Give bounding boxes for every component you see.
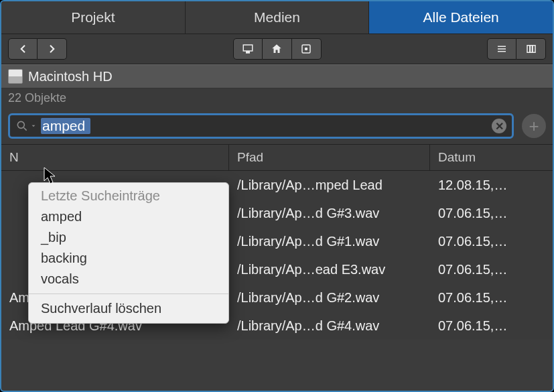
dropdown-clear-label: Suchverlauf löschen <box>41 301 161 316</box>
tab-project-label: Projekt <box>71 9 115 25</box>
computer-button[interactable] <box>233 38 263 60</box>
tab-project[interactable]: Projekt <box>1 1 186 34</box>
add-filter-button[interactable]: + <box>522 114 546 138</box>
tab-media-label: Medien <box>254 9 300 25</box>
search-icon[interactable] <box>15 119 29 133</box>
cell-path: /Library/Ap…d G#4.wav <box>229 318 430 334</box>
search-input[interactable] <box>41 118 90 134</box>
plus-icon: + <box>529 116 539 137</box>
dropdown-item-label: vocals <box>41 271 79 286</box>
search-history-dropdown: Letzte Sucheinträge amped _bip backing v… <box>28 182 229 324</box>
dropdown-item[interactable]: vocals <box>29 269 228 289</box>
dropdown-item-label: _bip <box>41 230 66 245</box>
clear-search-button[interactable]: ✕ <box>492 119 506 133</box>
header-path-label: Pfad <box>237 150 263 164</box>
tab-all-files-label: Alle Dateien <box>423 9 499 25</box>
tab-media[interactable]: Medien <box>186 1 370 34</box>
forward-button[interactable] <box>38 38 67 60</box>
cell-path: /Library/Ap…ead E3.wav <box>229 262 430 277</box>
dropdown-item-label: backing <box>41 251 87 265</box>
cell-date: 07.06.15,… <box>430 234 553 249</box>
dropdown-item-label: amped <box>41 209 82 224</box>
chevron-left-icon <box>17 43 29 55</box>
cell-path: /Library/Ap…d G#1.wav <box>229 234 430 249</box>
home-button[interactable] <box>263 38 292 60</box>
header-name[interactable]: N <box>1 145 229 170</box>
dropdown-item[interactable]: backing <box>29 248 228 269</box>
location-label: Macintosh HD <box>28 69 113 84</box>
header-path[interactable]: Pfad <box>229 145 430 170</box>
search-bar: ✕ + <box>1 108 553 144</box>
cell-path: /Library/Ap…d G#2.wav <box>229 290 430 306</box>
disc-icon <box>300 43 312 55</box>
cell-date: 07.06.15,… <box>430 262 553 277</box>
toolbar <box>1 34 553 64</box>
project-button[interactable] <box>292 38 322 60</box>
item-count: 22 Objekte <box>1 88 553 108</box>
cell-path: /Library/Ap…d G#3.wav <box>229 206 430 221</box>
cell-date: 07.06.15,… <box>430 290 553 306</box>
search-field[interactable]: ✕ <box>8 113 514 139</box>
cell-date: 07.06.15,… <box>430 206 553 221</box>
tab-bar: Projekt Medien Alle Dateien <box>1 1 553 34</box>
dropdown-item[interactable]: _bip <box>29 227 228 248</box>
cell-path: /Library/Ap…mped Lead <box>229 178 430 193</box>
header-name-label: N <box>9 150 19 164</box>
computer-icon <box>242 43 254 55</box>
location-bar: Macintosh HD <box>1 64 553 88</box>
tab-all-files[interactable]: Alle Dateien <box>369 1 553 34</box>
table-header: N Pfad Datum <box>1 144 553 171</box>
cell-date: 07.06.15,… <box>430 318 553 334</box>
dropdown-separator <box>29 293 228 294</box>
column-view-button[interactable] <box>516 38 546 60</box>
header-date[interactable]: Datum <box>430 145 553 170</box>
dropdown-title: Letzte Sucheinträge <box>29 183 228 206</box>
list-icon <box>496 43 508 55</box>
back-button[interactable] <box>8 38 38 60</box>
list-view-button[interactable] <box>487 38 516 60</box>
svg-point-2 <box>17 121 24 128</box>
drive-icon <box>8 69 23 84</box>
chevron-right-icon <box>46 43 58 55</box>
chevron-down-icon[interactable] <box>30 123 37 129</box>
cell-date: 12.08.15,… <box>430 178 553 193</box>
home-icon <box>271 43 283 55</box>
svg-point-1 <box>305 48 308 51</box>
clear-history-item[interactable]: Suchverlauf löschen <box>29 298 228 323</box>
dropdown-item[interactable]: amped <box>29 206 228 227</box>
close-icon: ✕ <box>495 120 504 133</box>
header-date-label: Datum <box>438 150 476 164</box>
columns-icon <box>525 43 537 55</box>
